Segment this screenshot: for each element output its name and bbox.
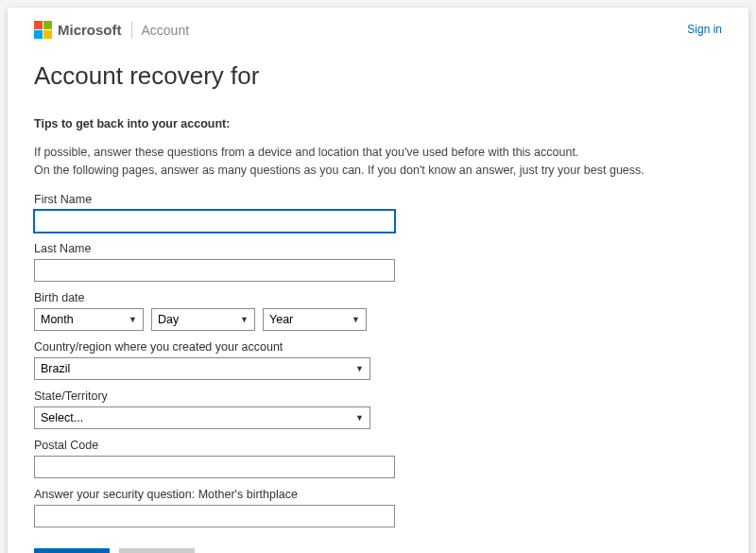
month-select-value: Month: [41, 313, 74, 326]
state-select[interactable]: Select... ▼: [34, 406, 370, 429]
tips-heading: Tips to get back into your account:: [34, 117, 722, 130]
label-security: Answer your security question: Mother's …: [34, 488, 722, 501]
birth-date-row: Month ▼ Day ▼ Year ▼: [34, 308, 722, 331]
next-button[interactable]: Next: [34, 548, 110, 554]
brand-text: Microsoft: [58, 22, 122, 38]
label-birth-date: Birth date: [34, 291, 722, 304]
label-state: State/Territory: [34, 389, 722, 403]
page-title: Account recovery for: [34, 61, 722, 91]
account-recovery-page: Microsoft Account Sign in Account recove…: [8, 8, 748, 553]
tips-line-1: If possible, answer these questions from…: [34, 146, 578, 159]
last-name-input[interactable]: [34, 259, 395, 282]
tips-body: If possible, answer these questions from…: [34, 144, 722, 180]
tips-line-2: On the following pages, answer as many q…: [34, 164, 644, 177]
button-bar: Next Back: [34, 548, 722, 554]
header-divider: [131, 22, 132, 39]
header: Microsoft Account Sign in: [34, 8, 722, 48]
security-answer-input[interactable]: [34, 505, 395, 527]
chevron-down-icon: ▼: [352, 315, 360, 324]
state-select-value: Select...: [41, 411, 83, 424]
product-text: Account: [142, 23, 190, 38]
day-select-value: Day: [158, 313, 179, 326]
day-select[interactable]: Day ▼: [151, 308, 255, 331]
label-country: Country/region where you created your ac…: [34, 340, 722, 354]
year-select[interactable]: Year ▼: [263, 308, 367, 331]
label-first-name: First Name: [34, 193, 722, 206]
chevron-down-icon: ▼: [355, 413, 364, 423]
year-select-value: Year: [269, 313, 293, 326]
first-name-input[interactable]: [34, 210, 395, 233]
chevron-down-icon: ▼: [129, 315, 137, 324]
country-select[interactable]: Brazil ▼: [34, 357, 370, 380]
signin-link[interactable]: Sign in: [687, 23, 722, 36]
label-last-name: Last Name: [34, 242, 722, 255]
microsoft-logo-icon: [34, 21, 52, 39]
country-select-value: Brazil: [41, 362, 70, 375]
back-button[interactable]: Back: [119, 548, 195, 554]
month-select[interactable]: Month ▼: [34, 308, 144, 331]
postal-code-input[interactable]: [34, 456, 395, 478]
chevron-down-icon: ▼: [355, 364, 364, 373]
chevron-down-icon: ▼: [240, 315, 249, 324]
label-postal: Postal Code: [34, 439, 722, 452]
